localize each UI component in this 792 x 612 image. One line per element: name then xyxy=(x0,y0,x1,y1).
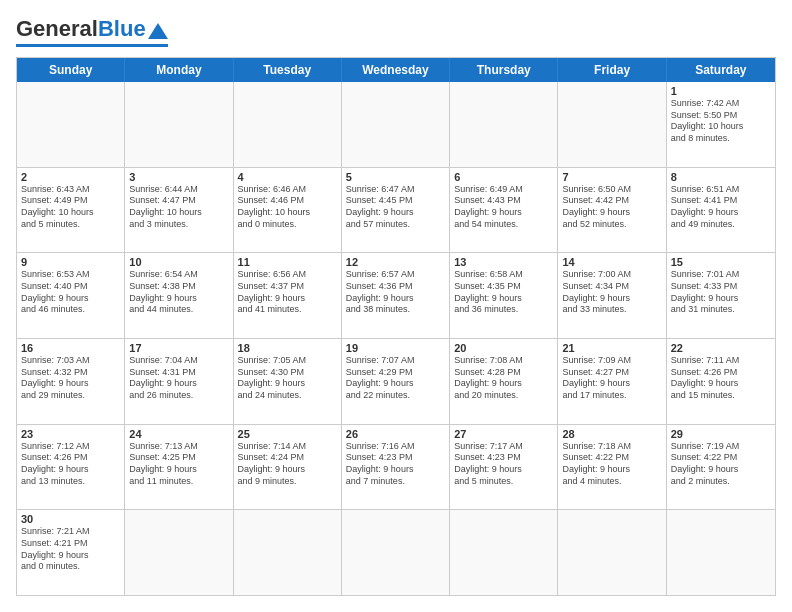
calendar-body: 1Sunrise: 7:42 AM Sunset: 5:50 PM Daylig… xyxy=(17,82,775,595)
calendar-cell xyxy=(342,510,450,595)
calendar-cell xyxy=(342,82,450,167)
calendar-cell: 13Sunrise: 6:58 AM Sunset: 4:35 PM Dayli… xyxy=(450,253,558,338)
calendar-cell: 2Sunrise: 6:43 AM Sunset: 4:49 PM Daylig… xyxy=(17,168,125,253)
calendar-cell: 9Sunrise: 6:53 AM Sunset: 4:40 PM Daylig… xyxy=(17,253,125,338)
day-number: 22 xyxy=(671,342,771,354)
day-info: Sunrise: 7:13 AM Sunset: 4:25 PM Dayligh… xyxy=(129,441,228,488)
day-number: 7 xyxy=(562,171,661,183)
day-number: 27 xyxy=(454,428,553,440)
weekday-header-tuesday: Tuesday xyxy=(234,58,342,82)
calendar-cell xyxy=(125,82,233,167)
day-info: Sunrise: 6:43 AM Sunset: 4:49 PM Dayligh… xyxy=(21,184,120,231)
day-number: 5 xyxy=(346,171,445,183)
weekday-header-saturday: Saturday xyxy=(667,58,775,82)
calendar-row-6: 30Sunrise: 7:21 AM Sunset: 4:21 PM Dayli… xyxy=(17,510,775,595)
day-info: Sunrise: 6:56 AM Sunset: 4:37 PM Dayligh… xyxy=(238,269,337,316)
calendar-cell: 23Sunrise: 7:12 AM Sunset: 4:26 PM Dayli… xyxy=(17,425,125,510)
day-number: 6 xyxy=(454,171,553,183)
calendar-row-1: 1Sunrise: 7:42 AM Sunset: 5:50 PM Daylig… xyxy=(17,82,775,168)
calendar-cell: 26Sunrise: 7:16 AM Sunset: 4:23 PM Dayli… xyxy=(342,425,450,510)
calendar-cell: 11Sunrise: 6:56 AM Sunset: 4:37 PM Dayli… xyxy=(234,253,342,338)
day-number: 21 xyxy=(562,342,661,354)
weekday-header-monday: Monday xyxy=(125,58,233,82)
day-info: Sunrise: 6:46 AM Sunset: 4:46 PM Dayligh… xyxy=(238,184,337,231)
day-number: 18 xyxy=(238,342,337,354)
calendar-cell: 10Sunrise: 6:54 AM Sunset: 4:38 PM Dayli… xyxy=(125,253,233,338)
calendar-cell: 12Sunrise: 6:57 AM Sunset: 4:36 PM Dayli… xyxy=(342,253,450,338)
calendar-cell: 29Sunrise: 7:19 AM Sunset: 4:22 PM Dayli… xyxy=(667,425,775,510)
calendar-header: SundayMondayTuesdayWednesdayThursdayFrid… xyxy=(17,58,775,82)
calendar-cell xyxy=(450,510,558,595)
calendar-cell xyxy=(558,510,666,595)
day-info: Sunrise: 7:42 AM Sunset: 5:50 PM Dayligh… xyxy=(671,98,771,145)
calendar-cell xyxy=(558,82,666,167)
calendar-cell: 1Sunrise: 7:42 AM Sunset: 5:50 PM Daylig… xyxy=(667,82,775,167)
calendar-row-3: 9Sunrise: 6:53 AM Sunset: 4:40 PM Daylig… xyxy=(17,253,775,339)
calendar-cell: 14Sunrise: 7:00 AM Sunset: 4:34 PM Dayli… xyxy=(558,253,666,338)
day-number: 19 xyxy=(346,342,445,354)
day-number: 9 xyxy=(21,256,120,268)
day-info: Sunrise: 7:07 AM Sunset: 4:29 PM Dayligh… xyxy=(346,355,445,402)
day-number: 14 xyxy=(562,256,661,268)
calendar-row-5: 23Sunrise: 7:12 AM Sunset: 4:26 PM Dayli… xyxy=(17,425,775,511)
day-number: 2 xyxy=(21,171,120,183)
calendar-cell: 28Sunrise: 7:18 AM Sunset: 4:22 PM Dayli… xyxy=(558,425,666,510)
day-number: 20 xyxy=(454,342,553,354)
day-number: 4 xyxy=(238,171,337,183)
calendar-cell xyxy=(17,82,125,167)
weekday-header-sunday: Sunday xyxy=(17,58,125,82)
calendar-cell: 18Sunrise: 7:05 AM Sunset: 4:30 PM Dayli… xyxy=(234,339,342,424)
day-number: 17 xyxy=(129,342,228,354)
logo: General Blue xyxy=(16,16,168,47)
day-info: Sunrise: 6:54 AM Sunset: 4:38 PM Dayligh… xyxy=(129,269,228,316)
calendar: SundayMondayTuesdayWednesdayThursdayFrid… xyxy=(16,57,776,596)
calendar-cell: 16Sunrise: 7:03 AM Sunset: 4:32 PM Dayli… xyxy=(17,339,125,424)
day-number: 3 xyxy=(129,171,228,183)
calendar-cell xyxy=(667,510,775,595)
calendar-cell xyxy=(234,82,342,167)
day-info: Sunrise: 7:08 AM Sunset: 4:28 PM Dayligh… xyxy=(454,355,553,402)
calendar-row-4: 16Sunrise: 7:03 AM Sunset: 4:32 PM Dayli… xyxy=(17,339,775,425)
calendar-cell xyxy=(450,82,558,167)
calendar-cell: 4Sunrise: 6:46 AM Sunset: 4:46 PM Daylig… xyxy=(234,168,342,253)
calendar-cell: 3Sunrise: 6:44 AM Sunset: 4:47 PM Daylig… xyxy=(125,168,233,253)
day-info: Sunrise: 6:50 AM Sunset: 4:42 PM Dayligh… xyxy=(562,184,661,231)
calendar-cell xyxy=(234,510,342,595)
weekday-header-thursday: Thursday xyxy=(450,58,558,82)
day-info: Sunrise: 6:47 AM Sunset: 4:45 PM Dayligh… xyxy=(346,184,445,231)
day-info: Sunrise: 6:51 AM Sunset: 4:41 PM Dayligh… xyxy=(671,184,771,231)
day-info: Sunrise: 7:12 AM Sunset: 4:26 PM Dayligh… xyxy=(21,441,120,488)
day-number: 11 xyxy=(238,256,337,268)
day-number: 16 xyxy=(21,342,120,354)
logo-triangle-icon xyxy=(148,23,168,39)
day-info: Sunrise: 6:44 AM Sunset: 4:47 PM Dayligh… xyxy=(129,184,228,231)
calendar-cell: 20Sunrise: 7:08 AM Sunset: 4:28 PM Dayli… xyxy=(450,339,558,424)
day-info: Sunrise: 7:05 AM Sunset: 4:30 PM Dayligh… xyxy=(238,355,337,402)
calendar-cell: 22Sunrise: 7:11 AM Sunset: 4:26 PM Dayli… xyxy=(667,339,775,424)
day-number: 12 xyxy=(346,256,445,268)
page: General Blue SundayMondayTuesdayWednesda… xyxy=(0,0,792,612)
day-number: 28 xyxy=(562,428,661,440)
day-info: Sunrise: 7:03 AM Sunset: 4:32 PM Dayligh… xyxy=(21,355,120,402)
calendar-cell: 21Sunrise: 7:09 AM Sunset: 4:27 PM Dayli… xyxy=(558,339,666,424)
logo-general-text: General xyxy=(16,16,98,42)
day-number: 29 xyxy=(671,428,771,440)
calendar-cell: 5Sunrise: 6:47 AM Sunset: 4:45 PM Daylig… xyxy=(342,168,450,253)
calendar-cell: 17Sunrise: 7:04 AM Sunset: 4:31 PM Dayli… xyxy=(125,339,233,424)
calendar-cell: 24Sunrise: 7:13 AM Sunset: 4:25 PM Dayli… xyxy=(125,425,233,510)
day-info: Sunrise: 6:57 AM Sunset: 4:36 PM Dayligh… xyxy=(346,269,445,316)
day-info: Sunrise: 7:18 AM Sunset: 4:22 PM Dayligh… xyxy=(562,441,661,488)
calendar-cell: 30Sunrise: 7:21 AM Sunset: 4:21 PM Dayli… xyxy=(17,510,125,595)
calendar-cell: 15Sunrise: 7:01 AM Sunset: 4:33 PM Dayli… xyxy=(667,253,775,338)
svg-marker-0 xyxy=(148,23,168,39)
calendar-cell: 19Sunrise: 7:07 AM Sunset: 4:29 PM Dayli… xyxy=(342,339,450,424)
calendar-cell: 25Sunrise: 7:14 AM Sunset: 4:24 PM Dayli… xyxy=(234,425,342,510)
day-info: Sunrise: 6:49 AM Sunset: 4:43 PM Dayligh… xyxy=(454,184,553,231)
calendar-cell: 8Sunrise: 6:51 AM Sunset: 4:41 PM Daylig… xyxy=(667,168,775,253)
day-number: 8 xyxy=(671,171,771,183)
calendar-row-2: 2Sunrise: 6:43 AM Sunset: 4:49 PM Daylig… xyxy=(17,168,775,254)
day-number: 13 xyxy=(454,256,553,268)
logo-blue-text: Blue xyxy=(98,16,146,42)
day-info: Sunrise: 7:01 AM Sunset: 4:33 PM Dayligh… xyxy=(671,269,771,316)
day-info: Sunrise: 7:04 AM Sunset: 4:31 PM Dayligh… xyxy=(129,355,228,402)
